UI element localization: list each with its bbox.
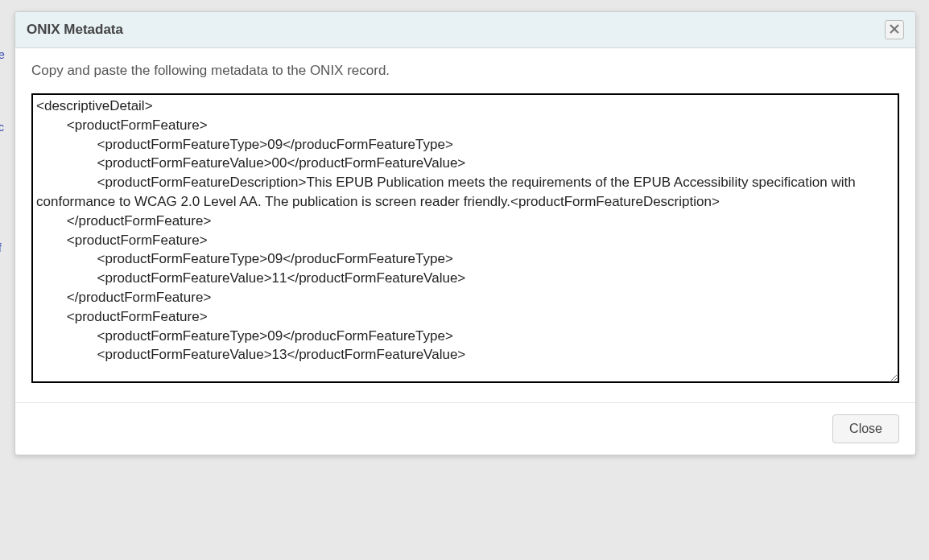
background-slivers: e c f — [0, 0, 8, 560]
instruction-text: Copy and paste the following metadata to… — [31, 63, 899, 79]
dialog-header: ONIX Metadata — [15, 12, 915, 48]
dialog-close-button[interactable] — [885, 20, 904, 39]
dialog-footer: Close — [15, 402, 915, 455]
close-button[interactable]: Close — [832, 414, 899, 443]
dialog-body: Copy and paste the following metadata to… — [15, 48, 915, 402]
close-icon — [890, 23, 899, 37]
onix-metadata-dialog: ONIX Metadata Copy and paste the followi… — [14, 11, 916, 455]
onix-metadata-textarea[interactable] — [31, 93, 899, 383]
dialog-title: ONIX Metadata — [27, 22, 123, 38]
